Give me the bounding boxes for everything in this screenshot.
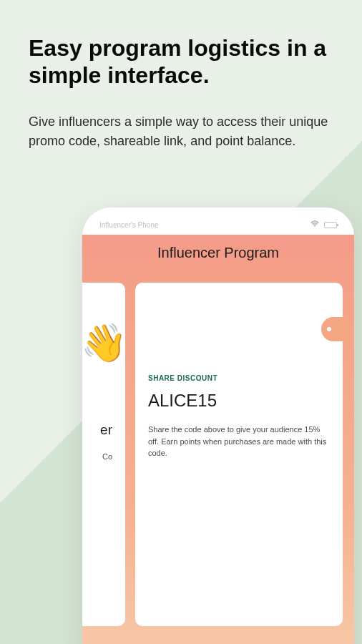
welcome-card-text1: er <box>82 422 112 438</box>
discount-card: SHARE DISCOUNT ALICE15 Share the code ab… <box>135 283 343 626</box>
status-icons <box>310 220 337 229</box>
status-bar-label: Influencer's Phone <box>99 221 159 229</box>
promo-code[interactable]: ALICE15 <box>148 391 330 411</box>
phone-status-bar: Influencer's Phone <box>82 208 354 235</box>
cards-container: 👋 er Co SHARE DISCOUNT ALICE15 Share the… <box>82 283 354 644</box>
program-title: Influencer Program <box>82 245 354 261</box>
battery-icon <box>324 222 337 228</box>
welcome-card: 👋 er Co <box>82 283 125 626</box>
tag-dot <box>327 327 331 331</box>
welcome-card-text2: Co <box>82 452 112 461</box>
share-discount-label: SHARE DISCOUNT <box>148 374 330 382</box>
app-header: Influencer Program <box>82 235 354 283</box>
description: Give influencers a simple way to access … <box>29 112 333 151</box>
wifi-icon <box>310 220 320 229</box>
headline: Easy program logistics in a simple inter… <box>29 34 333 89</box>
tag-icon <box>321 317 351 341</box>
marketing-content: Easy program logistics in a simple inter… <box>0 0 362 151</box>
share-description: Share the code above to give your audien… <box>148 424 330 459</box>
phone-mockup: Influencer's Phone Influencer Program 👋 … <box>82 208 354 644</box>
wave-emoji-icon: 👋 <box>82 321 119 365</box>
